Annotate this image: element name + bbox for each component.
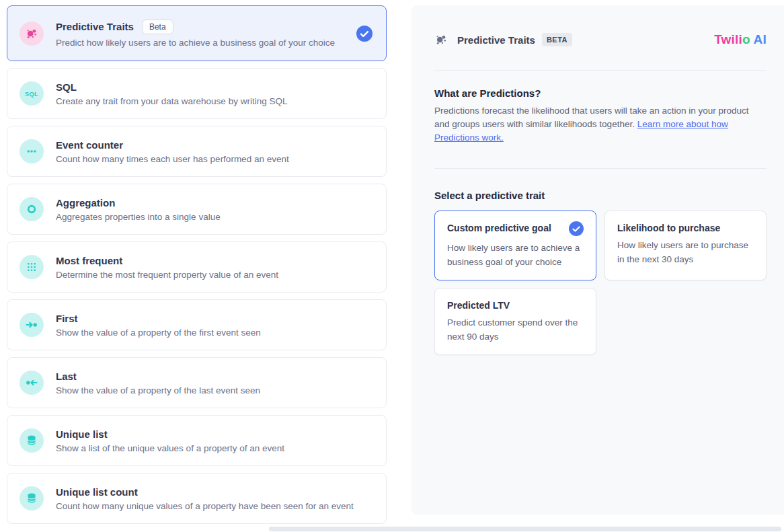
predictive-traits-icon <box>19 22 44 46</box>
about-body: Predictions forecast the likelihood that… <box>434 104 757 145</box>
database-icon <box>19 428 44 453</box>
sql-icon: SQL <box>19 81 44 106</box>
trait-title: Event counter <box>56 139 123 151</box>
event-counter-icon <box>19 139 44 163</box>
database-icon <box>19 486 44 510</box>
trait-item-event-counter[interactable]: Event counter Count how many times each … <box>7 126 387 177</box>
option-description: How likely users are to purchase in the … <box>617 238 754 266</box>
trait-item-unique-list[interactable]: Unique list Show a list of the unique va… <box>7 415 387 466</box>
trait-item-most-frequent[interactable]: Most frequent Determine the most frequen… <box>7 241 387 293</box>
option-title: Custom predictive goal <box>447 221 551 233</box>
trait-title: Aggregation <box>56 197 115 208</box>
trait-description: Show a list of the unique values of a pr… <box>56 443 284 453</box>
trait-description: Determine the most frequent property val… <box>56 270 278 280</box>
most-frequent-icon <box>19 255 44 279</box>
trait-title: Unique list <box>56 428 108 440</box>
trait-item-first[interactable]: First Show the value of a property of th… <box>7 299 387 350</box>
predictive-traits-icon <box>434 33 448 46</box>
option-description: Predict customer spend over the next 90 … <box>447 315 584 344</box>
option-title: Predicted LTV <box>447 299 510 311</box>
trait-description: Count how many times each user has perfo… <box>56 154 289 164</box>
horizontal-scrollbar[interactable] <box>269 527 781 531</box>
selected-check-icon <box>569 221 584 236</box>
beta-badge: BETA <box>542 33 572 46</box>
trait-type-list: Predictive Traits Beta Predict how likel… <box>7 5 387 531</box>
trait-title: Most frequent <box>56 255 122 266</box>
about-heading: What are Predictions? <box>434 87 767 99</box>
aggregation-icon <box>19 197 44 221</box>
panel-title: Predictive Traits <box>457 34 535 46</box>
trait-title: Unique list count <box>56 486 138 498</box>
trait-item-last[interactable]: Last Show the value of a property of the… <box>7 357 387 408</box>
trait-description: Create any trait from your data warehous… <box>56 96 287 106</box>
last-icon <box>19 371 44 395</box>
panel-header: Predictive Traits BETA Twilio AI <box>434 32 767 47</box>
option-likelihood-to-purchase[interactable]: Likelihood to purchase How likely users … <box>604 211 767 280</box>
trait-title: Predictive Traits <box>56 21 134 32</box>
option-custom-predictive-goal[interactable]: Custom predictive goal How likely users … <box>434 211 596 280</box>
trait-description: Predict how likely users are to achieve … <box>56 38 335 48</box>
header-divider <box>434 70 767 71</box>
trait-title: Last <box>56 371 77 382</box>
trait-title: First <box>56 313 78 324</box>
option-title: Likelihood to purchase <box>617 221 720 233</box>
trait-item-unique-list-count[interactable]: Unique list count Count how many unique … <box>7 473 387 524</box>
option-description: How likely users are to achieve a busine… <box>447 241 584 269</box>
trait-description: Count how many unique values of a proper… <box>56 501 354 511</box>
trait-description: Show the value of a property of the last… <box>56 385 260 395</box>
first-icon <box>19 313 44 337</box>
select-trait-heading: Select a predictive trait <box>434 190 767 201</box>
trait-item-predictive-traits[interactable]: Predictive Traits Beta Predict how likel… <box>7 5 387 61</box>
section-divider <box>434 168 767 169</box>
beta-badge: Beta <box>142 20 173 34</box>
trait-item-sql[interactable]: SQL SQL Create any trait from your data … <box>7 68 387 119</box>
trait-item-aggregation[interactable]: Aggregation Aggregates properties into a… <box>7 184 387 235</box>
trait-description: Aggregates properties into a single valu… <box>56 212 221 222</box>
trait-description: Show the value of a property of the firs… <box>56 328 261 338</box>
predictive-traits-panel: Predictive Traits BETA Twilio AI What ar… <box>411 5 784 515</box>
predictive-trait-options: Custom predictive goal How likely users … <box>434 211 767 355</box>
twilio-ai-logo: Twilio AI <box>714 32 767 47</box>
selected-check-icon <box>356 26 373 42</box>
trait-title: SQL <box>56 81 77 93</box>
option-predicted-ltv[interactable]: Predicted LTV Predict customer spend ove… <box>434 288 596 355</box>
